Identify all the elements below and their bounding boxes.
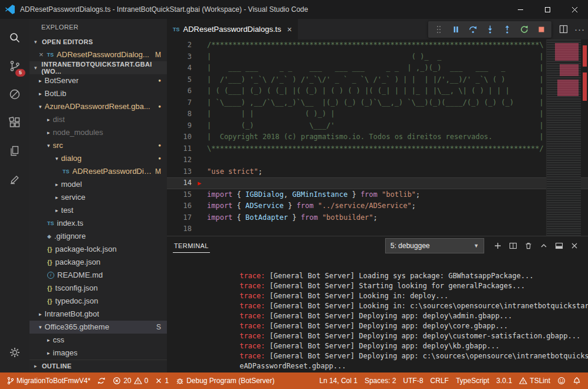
tree-item[interactable]: ▸ node_modules — [29, 126, 167, 139]
tree-item[interactable]: ▸ BotServer ● — [29, 74, 167, 87]
settings-gear-icon[interactable] — [0, 338, 29, 367]
line-number: 14 — [167, 177, 192, 189]
line-number: 6 — [167, 85, 192, 97]
code-text: | ( )_ _ | — [207, 51, 544, 63]
tree-item[interactable]: ◆ .gitignore — [29, 230, 167, 243]
maximize-panel-icon[interactable] — [536, 238, 551, 253]
tree-item[interactable]: ▾ src ● — [29, 139, 167, 152]
twistie-icon: ▾ — [55, 156, 58, 161]
tree-item[interactable]: ▸ model — [29, 178, 167, 191]
editor-scrollbar[interactable] — [581, 39, 588, 236]
stop-button[interactable] — [533, 22, 550, 37]
tree-item[interactable]: {} tsconfig.json — [29, 282, 167, 295]
tree-item[interactable]: ▸ dist — [29, 113, 167, 126]
minimize-button[interactable] — [507, 0, 534, 19]
explorer-sidebar: EXPLORER OPEN EDITORS × TS ADResetPasswo… — [29, 19, 167, 372]
tree-item-label: Office365.gbtheme — [45, 322, 110, 331]
twistie-icon: ▸ — [47, 130, 50, 136]
tree-item[interactable]: ▸ IntranetBot.gbot — [29, 308, 167, 321]
debug-current-line-icon — [192, 223, 207, 235]
tree-item[interactable]: {} typedoc.json — [29, 295, 167, 308]
debug-current-line-icon — [192, 143, 207, 155]
minimap[interactable] — [546, 39, 581, 236]
terminal-panel: TERMINAL 5: debuggee ▼ — [167, 236, 588, 372]
file-type-icon: ◆ — [47, 233, 51, 239]
files-icon[interactable] — [0, 137, 29, 165]
log-level: trace: — [239, 302, 265, 310]
tree-item[interactable]: ▸ BotLib — [29, 87, 167, 100]
cursor-position[interactable]: Ln 14, Col 1 — [316, 372, 361, 389]
kill-terminal-icon[interactable] — [521, 238, 536, 253]
warning-count: 0 — [144, 377, 149, 385]
line-number: 9 — [167, 120, 192, 132]
workspace-folder-header[interactable]: INTRANETBOTQUICKSTART.GBAI (WO... — [29, 61, 167, 74]
tree-item[interactable]: i README.md — [29, 269, 167, 282]
debug-current-line-icon — [192, 39, 207, 51]
split-editor-icon[interactable] — [555, 21, 571, 38]
open-editor-item[interactable]: × TS ADResetPasswordDialog... M — [29, 48, 167, 61]
split-terminal-icon[interactable] — [505, 238, 521, 253]
close-button[interactable] — [561, 0, 588, 19]
tree-item[interactable]: TS ADResetPasswordDial... M — [29, 165, 167, 178]
typescript-version[interactable]: 3.0.1 — [493, 372, 516, 389]
indentation[interactable]: Spaces: 2 — [361, 372, 399, 389]
new-terminal-icon[interactable] — [490, 238, 505, 253]
pause-button[interactable] — [447, 22, 464, 37]
close-panel-icon[interactable] — [567, 238, 582, 253]
eol-sequence[interactable]: CRLF — [427, 372, 452, 389]
terminal-output[interactable]: trace: [General Bot Server] Loading sys … — [167, 255, 588, 372]
code-text: import { IGBDialog, GBMinInstance } from… — [207, 189, 420, 201]
log-level: trace: — [239, 352, 265, 360]
code-text: import { ADService } from "../service/AD… — [207, 200, 416, 212]
source-control-icon[interactable]: 5 — [0, 52, 29, 80]
tree-item[interactable]: TS index.ts — [29, 217, 167, 230]
tree-item-label: index.ts — [57, 219, 84, 228]
tree-item[interactable]: {} package-lock.json — [29, 243, 167, 256]
open-editors-header[interactable]: OPEN EDITORS — [29, 35, 167, 48]
linter-status[interactable]: TSLint — [515, 372, 554, 389]
tree-item[interactable]: ▸ test — [29, 204, 167, 217]
git-branch-indicator[interactable]: MigrationToBotFmwV4* — [4, 372, 94, 389]
code-text: \***************************************… — [207, 143, 544, 155]
toggle-panel-icon[interactable] — [551, 238, 567, 253]
tab-adresetpassworddialogs[interactable]: TS ADResetPasswordDialogs.ts × — [167, 19, 298, 39]
maximize-button[interactable] — [534, 0, 561, 19]
language-mode[interactable]: TypeScript — [452, 372, 493, 389]
tree-item[interactable]: ▸ css — [29, 334, 167, 347]
search-icon[interactable] — [0, 24, 29, 52]
line-number: 7 — [167, 97, 192, 109]
close-editor-icon[interactable]: × — [39, 50, 44, 59]
tree-item-label: .gitignore — [54, 232, 86, 240]
tree-item-label: css — [53, 335, 65, 344]
extensions-icon[interactable] — [0, 108, 29, 137]
debug-icon[interactable] — [0, 80, 29, 108]
close-tab-icon[interactable]: × — [287, 25, 292, 34]
outline-header[interactable]: OUTLINE — [29, 360, 167, 373]
tree-item[interactable]: ▾ AzureADPasswordReset.gba... ● — [29, 100, 167, 113]
notifications-bell-icon[interactable] — [569, 372, 584, 389]
extra-indicator[interactable]: 1 — [152, 372, 172, 389]
tree-item[interactable]: ▾ dialog ● — [29, 152, 167, 165]
tree-item[interactable]: ▸ service — [29, 191, 167, 204]
terminal-tab[interactable]: TERMINAL — [173, 239, 210, 253]
sync-icon[interactable] — [94, 372, 109, 389]
code-line: 2 /*************************************… — [167, 39, 588, 51]
tree-item[interactable]: ▾ Office365.gbtheme S — [29, 321, 167, 334]
step-over-button[interactable] — [464, 22, 481, 37]
more-actions-icon[interactable]: ··· — [571, 21, 588, 38]
step-out-button[interactable] — [498, 22, 515, 37]
step-into-button[interactable] — [481, 22, 498, 37]
terminal-selector[interactable]: 5: debuggee ▼ — [385, 238, 484, 253]
problems-indicator[interactable]: 20 0 — [109, 372, 152, 389]
edit-icon[interactable] — [0, 165, 29, 193]
restart-button[interactable] — [515, 22, 533, 37]
tab-label: ADResetPasswordDialogs.ts — [183, 25, 281, 34]
debug-toolbar-grip[interactable] — [430, 22, 447, 37]
tree-item[interactable]: ▸ images — [29, 347, 167, 360]
feedback-smiley-icon[interactable] — [554, 372, 569, 389]
code-editor[interactable]: 2 /*************************************… — [167, 39, 588, 236]
encoding[interactable]: UTF-8 — [400, 372, 427, 389]
vscode-window: ADResetPasswordDialogs.ts - IntranetBotQ… — [0, 0, 588, 389]
tree-item[interactable]: {} package.json — [29, 256, 167, 269]
debug-status[interactable]: Debug Program (BotServer) — [172, 372, 278, 389]
